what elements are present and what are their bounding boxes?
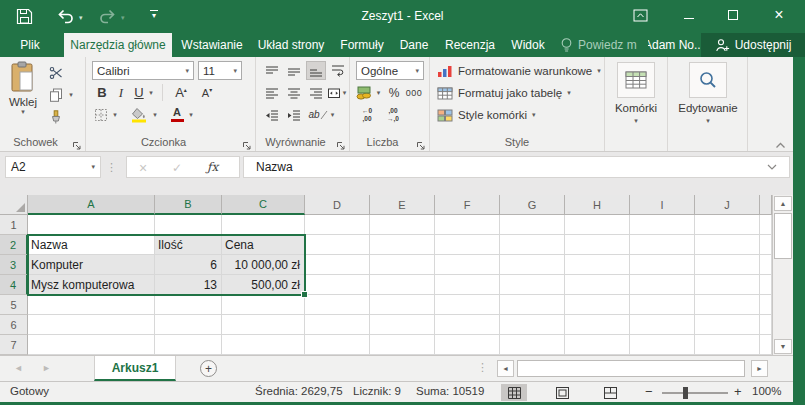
- column-header-d[interactable]: D: [305, 195, 370, 215]
- cell[interactable]: [565, 335, 630, 355]
- column-header-e[interactable]: E: [370, 195, 435, 215]
- cell[interactable]: [500, 215, 565, 235]
- new-sheet-button[interactable]: +: [200, 360, 217, 377]
- cell[interactable]: [435, 315, 500, 335]
- row-header-7[interactable]: 7: [0, 335, 28, 355]
- account-name[interactable]: Adam No...: [648, 33, 700, 57]
- increase-decimal-button[interactable]: ←0,00: [356, 105, 378, 124]
- cell[interactable]: [370, 335, 435, 355]
- cell[interactable]: [222, 335, 305, 355]
- tell-me-box[interactable]: Powiedz m: [560, 33, 644, 57]
- cell[interactable]: [370, 295, 435, 315]
- cell[interactable]: [370, 235, 435, 255]
- cell[interactable]: [435, 335, 500, 355]
- column-header-j[interactable]: J: [695, 195, 760, 215]
- paste-button[interactable]: Wklej ▾: [3, 61, 43, 116]
- previous-sheet-button[interactable]: ◄: [14, 363, 23, 373]
- expand-formula-bar-icon[interactable]: [767, 164, 777, 170]
- row-header-1[interactable]: 1: [0, 215, 28, 235]
- normal-view-button[interactable]: [501, 384, 527, 401]
- cell[interactable]: [370, 315, 435, 335]
- font-size-combo[interactable]: 11 ▾: [198, 61, 242, 80]
- cell[interactable]: [695, 235, 760, 255]
- select-all-button[interactable]: [0, 195, 28, 215]
- ribbon-display-options-button[interactable]: [623, 0, 657, 30]
- cell[interactable]: [695, 215, 760, 235]
- copy-dropdown[interactable]: ▾: [66, 85, 76, 104]
- fill-handle[interactable]: [301, 291, 308, 298]
- cell[interactable]: [370, 215, 435, 235]
- grow-font-button[interactable]: A ▴: [170, 83, 192, 102]
- percent-style-button[interactable]: %: [386, 83, 402, 102]
- tab-narzedzia-glowne[interactable]: Narzędzia główne: [64, 33, 172, 57]
- cell-b2[interactable]: Ilość: [155, 235, 222, 255]
- horizontal-scroll-thumb[interactable]: [517, 360, 745, 377]
- cell[interactable]: [222, 295, 305, 315]
- cell[interactable]: [28, 315, 155, 335]
- cell[interactable]: [630, 275, 695, 295]
- cell[interactable]: [630, 335, 695, 355]
- cancel-button[interactable]: ×: [139, 160, 147, 176]
- cell-styles-button[interactable]: Style komórki ▾: [437, 105, 536, 125]
- cell[interactable]: [500, 295, 565, 315]
- cell[interactable]: [760, 235, 772, 255]
- cell[interactable]: [305, 315, 370, 335]
- cell-a4[interactable]: Mysz komputerowa: [28, 275, 155, 295]
- cell[interactable]: [155, 315, 222, 335]
- cell[interactable]: [435, 295, 500, 315]
- zoom-level[interactable]: 100%: [752, 385, 781, 397]
- cell[interactable]: [695, 315, 760, 335]
- cell[interactable]: [305, 235, 370, 255]
- cell-c4[interactable]: 500,00 zł: [222, 275, 305, 295]
- cell-c3[interactable]: 10 000,00 zł: [222, 255, 305, 275]
- align-center-button[interactable]: [284, 83, 304, 102]
- cell[interactable]: [630, 235, 695, 255]
- cell[interactable]: [565, 235, 630, 255]
- wrap-text-button[interactable]: [328, 61, 348, 80]
- cell[interactable]: [695, 275, 760, 295]
- tab-scrollbar-splitter[interactable]: ⋮: [477, 361, 488, 374]
- cell-b3[interactable]: 6: [155, 255, 222, 275]
- enter-button[interactable]: ✓: [172, 161, 182, 175]
- tab-plik[interactable]: Plik: [8, 33, 52, 57]
- scroll-down-button[interactable]: ▼: [774, 339, 792, 354]
- cell[interactable]: [760, 275, 772, 295]
- cell[interactable]: [370, 255, 435, 275]
- cell[interactable]: [630, 215, 695, 235]
- font-color-button[interactable]: A: [168, 105, 186, 124]
- cell[interactable]: [565, 255, 630, 275]
- cell[interactable]: [500, 315, 565, 335]
- tab-widok[interactable]: Widok: [506, 33, 550, 57]
- name-box[interactable]: A2 ▾: [5, 156, 101, 178]
- tab-uklad-strony[interactable]: Układ strony: [252, 33, 330, 57]
- row-header-2[interactable]: 2: [0, 235, 28, 255]
- italic-button[interactable]: I: [114, 83, 128, 102]
- column-header-partial[interactable]: [760, 195, 772, 215]
- cell[interactable]: [305, 255, 370, 275]
- cells-button[interactable]: Komórki ▾: [613, 62, 659, 125]
- tab-formuly[interactable]: Formuły: [334, 33, 390, 57]
- column-header-h[interactable]: H: [565, 195, 630, 215]
- cell-a2-active[interactable]: Nazwa: [28, 235, 155, 255]
- cell[interactable]: [155, 215, 222, 235]
- cell-a3[interactable]: Komputer: [28, 255, 155, 275]
- minimize-button[interactable]: [672, 0, 706, 30]
- cell[interactable]: [695, 255, 760, 275]
- cell[interactable]: [28, 215, 155, 235]
- bold-button[interactable]: B: [94, 83, 110, 102]
- alignment-dialog-launcher[interactable]: [336, 137, 346, 147]
- cell[interactable]: [565, 295, 630, 315]
- number-dialog-launcher[interactable]: [416, 137, 426, 147]
- cell[interactable]: [28, 335, 155, 355]
- font-name-combo[interactable]: Calibri ▾: [92, 61, 194, 80]
- insert-function-button[interactable]: ƒx: [207, 160, 218, 174]
- cell[interactable]: [305, 275, 370, 295]
- column-header-g[interactable]: G: [500, 195, 565, 215]
- zoom-slider-track[interactable]: [662, 392, 728, 394]
- orientation-button[interactable]: ab: [308, 105, 328, 124]
- align-right-button[interactable]: [306, 83, 326, 102]
- cell-b4[interactable]: 13: [155, 275, 222, 295]
- font-dialog-launcher[interactable]: [242, 137, 252, 147]
- cell[interactable]: [155, 335, 222, 355]
- shrink-font-button[interactable]: A ▾: [196, 83, 218, 102]
